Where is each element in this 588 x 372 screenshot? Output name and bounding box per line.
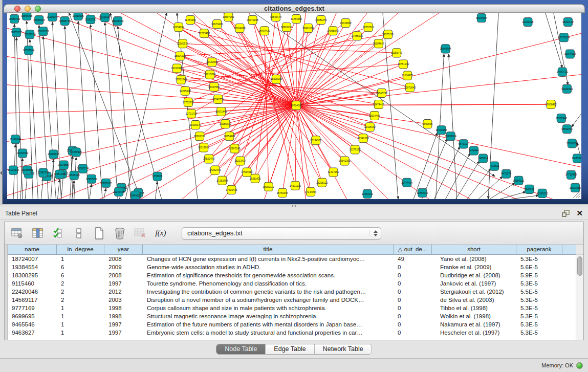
network-node[interactable]: 17134054 bbox=[305, 187, 317, 196]
network-node[interactable]: 10743952 bbox=[340, 19, 352, 28]
network-node[interactable]: 10542391 bbox=[339, 157, 351, 165]
deselect-all-icon[interactable] bbox=[72, 227, 85, 240]
network-node[interactable]: 10390173 bbox=[190, 121, 202, 129]
network-node[interactable]: 15192044 bbox=[10, 135, 21, 144]
network-node[interactable]: 17359929 bbox=[71, 148, 82, 157]
network-window-titlebar[interactable]: citations_edges.txt bbox=[4, 4, 585, 13]
network-node[interactable]: 16634174 bbox=[270, 13, 282, 21]
network-node[interactable]: 13424544 bbox=[561, 84, 573, 93]
network-node[interactable]: 20206536 bbox=[48, 150, 59, 159]
table-row[interactable]: 1872400712008Changes of HCN gene express… bbox=[8, 255, 576, 263]
network-node[interactable]: 12254394 bbox=[173, 23, 185, 32]
network-node[interactable]: 17016504 bbox=[567, 139, 578, 148]
table-row[interactable]: 946362711997Embryonic stem cells: a mode… bbox=[8, 329, 576, 337]
column-header-title[interactable]: title bbox=[143, 245, 394, 255]
network-node[interactable]: 12731714 bbox=[186, 110, 198, 118]
table-row[interactable]: 911546021997Tourette syndrome. Phenomeno… bbox=[8, 279, 576, 288]
table-row[interactable]: 1938455462009Genome-wide association stu… bbox=[8, 263, 576, 271]
network-node[interactable]: 9699695 bbox=[423, 120, 433, 128]
network-node[interactable]: 11417251 bbox=[328, 168, 339, 177]
network-node[interactable]: 20505134 bbox=[77, 164, 89, 173]
network-window[interactable]: citations_edges.txt 12254394112543941221… bbox=[4, 4, 585, 203]
vertical-scrollbar[interactable] bbox=[576, 245, 583, 340]
network-node[interactable]: 12342751 bbox=[212, 95, 224, 103]
network-node[interactable]: 10654983 bbox=[224, 132, 235, 141]
column-header-name[interactable]: name bbox=[8, 245, 57, 255]
network-node[interactable]: 13056713 bbox=[220, 120, 231, 128]
table-row[interactable]: 977716911998Corpus callosum shape and si… bbox=[8, 304, 576, 312]
network-node[interactable]: 16961039 bbox=[302, 24, 314, 33]
network-node[interactable]: 16235122 bbox=[316, 178, 328, 187]
network-node[interactable]: 14543712 bbox=[557, 68, 569, 76]
network-node[interactable]: 11254354 bbox=[291, 15, 302, 24]
network-node[interactable]: 7032621 bbox=[489, 162, 499, 170]
network-node[interactable]: 12204098 bbox=[234, 24, 246, 33]
network-node[interactable]: 12215034 bbox=[204, 70, 216, 79]
network-node[interactable]: 12752712 bbox=[183, 98, 194, 106]
table-row[interactable]: 1830029562008Estimation of significance … bbox=[8, 271, 576, 279]
network-node[interactable]: 18221172 bbox=[562, 18, 574, 27]
close-panel-icon[interactable]: ✕ bbox=[576, 210, 583, 216]
network-node[interactable]: 11675333 bbox=[572, 154, 581, 163]
network-node[interactable]: 19565358 bbox=[21, 13, 33, 20]
network-node[interactable]: 19013905 bbox=[73, 13, 84, 20]
network-node[interactable]: 14275132 bbox=[180, 86, 191, 95]
network-node[interactable]: 9245652 bbox=[525, 185, 535, 193]
scrollbar-thumb[interactable] bbox=[577, 256, 582, 276]
network-node[interactable]: 11640195 bbox=[436, 126, 447, 135]
network-node[interactable]: 11553948 bbox=[556, 114, 567, 123]
network-node[interactable]: 11254394 bbox=[185, 16, 196, 25]
network-node[interactable]: 9474444 bbox=[469, 146, 479, 155]
table-row[interactable]: 2242004622012Investigating the contribut… bbox=[8, 288, 576, 296]
network-node[interactable]: 15692971 bbox=[561, 125, 573, 134]
network-node[interactable]: 15472208 bbox=[247, 16, 258, 25]
network-node[interactable]: 17253404 bbox=[216, 176, 228, 185]
network-node[interactable]: 17252443 bbox=[209, 166, 221, 174]
network-node[interactable]: 11341203 bbox=[358, 134, 369, 143]
table-row[interactable]: 1456911722003Disruption of a novel membe… bbox=[8, 296, 576, 304]
show-columns-icon[interactable] bbox=[31, 227, 45, 240]
network-node[interactable]: 10474413 bbox=[373, 100, 385, 108]
tab-network-table[interactable]: Network Table bbox=[315, 344, 372, 354]
network-node[interactable]: 21247448 bbox=[113, 187, 125, 196]
network-node[interactable]: 16648784 bbox=[440, 45, 451, 53]
column-header-pagerank[interactable]: pagerank bbox=[516, 245, 562, 255]
network-node[interactable]: 16104627 bbox=[373, 39, 385, 48]
network-node[interactable]: 20021433 bbox=[112, 17, 124, 26]
network-node[interactable]: 11056743 bbox=[391, 49, 402, 57]
network-node[interactable]: 10654112 bbox=[513, 176, 524, 185]
network-node[interactable]: 10973433 bbox=[211, 20, 223, 29]
network-node[interactable]: 19355275 bbox=[11, 28, 23, 37]
network-node[interactable]: 14985043 bbox=[327, 27, 339, 35]
network-node[interactable]: 17081273 bbox=[315, 16, 327, 25]
network-node[interactable]: 15958412 bbox=[546, 100, 557, 108]
delete-column-icon[interactable] bbox=[113, 227, 126, 240]
network-node[interactable]: 20160390 bbox=[85, 15, 97, 24]
network-node[interactable]: 6679197 bbox=[459, 140, 469, 148]
network-node[interactable]: 11451944 bbox=[54, 170, 66, 179]
column-header-indegree[interactable]: in_degree bbox=[57, 245, 104, 255]
network-node[interactable]: 19545733 bbox=[376, 89, 388, 97]
network-node[interactable]: 18024205 bbox=[175, 52, 186, 60]
tab-edge-table[interactable]: Edge Table bbox=[266, 344, 314, 354]
network-node[interactable]: 15134567 bbox=[310, 136, 322, 145]
network-node[interactable]: 19575126 bbox=[382, 30, 394, 39]
network-node[interactable]: 12116042 bbox=[364, 123, 376, 132]
network-node[interactable]: 16753044 bbox=[277, 188, 289, 197]
network-node[interactable]: 21154498 bbox=[522, 18, 533, 27]
network-node[interactable]: 18301264 bbox=[281, 23, 293, 32]
network-node[interactable]: 12213399 bbox=[171, 64, 183, 73]
network-node[interactable]: 8471676 bbox=[501, 169, 511, 178]
table-selector-dropdown[interactable]: citations_edges.txt bbox=[182, 227, 381, 239]
network-node[interactable]: 10975887 bbox=[58, 161, 70, 169]
network-node[interactable]: 18597352 bbox=[223, 13, 234, 21]
network-node[interactable]: 16497429 bbox=[259, 27, 271, 35]
network-node[interactable]: 17273314 bbox=[558, 33, 570, 42]
network-node[interactable]: 10761041 bbox=[398, 60, 409, 69]
network-node[interactable]: 18955714 bbox=[59, 17, 71, 26]
network-node[interactable]: 20531904 bbox=[33, 16, 45, 25]
table-row[interactable]: 969969511998Structural magnetic resonanc… bbox=[8, 312, 576, 320]
network-node[interactable]: 18300295 bbox=[271, 75, 282, 83]
network-node[interactable]: 16311433 bbox=[250, 174, 261, 183]
horizontal-split-divider[interactable] bbox=[0, 204, 588, 207]
